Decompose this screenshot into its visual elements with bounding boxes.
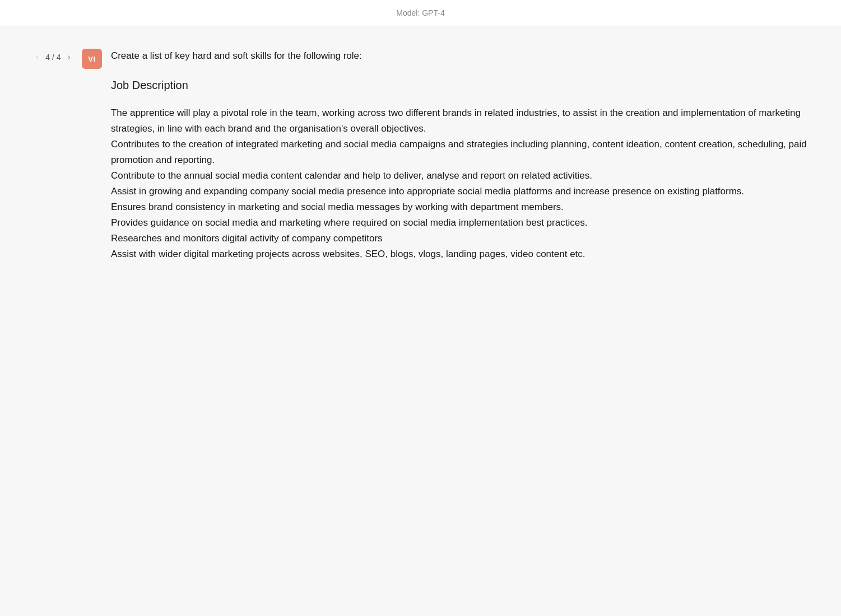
job-description-body: The apprentice will play a pivotal role … <box>111 105 807 262</box>
message-bubble: Create a list of key hard and soft skill… <box>111 49 807 262</box>
job-description-section: Job Description The apprentice will play… <box>111 79 807 262</box>
job-paragraph: The apprentice will play a pivotal role … <box>111 105 807 137</box>
job-paragraph: Assist with wider digital marketing proj… <box>111 246 807 262</box>
prompt-text: Create a list of key hard and soft skill… <box>111 49 807 63</box>
job-paragraph: Researches and monitors digital activity… <box>111 231 807 246</box>
job-paragraph: Ensures brand consistency in marketing a… <box>111 199 807 215</box>
nav-controls: ‹ 4 / 4 › <box>34 51 73 63</box>
job-paragraph: Contributes to the creation of integrate… <box>111 137 807 168</box>
top-bar: Model: GPT-4 <box>0 0 841 26</box>
next-arrow[interactable]: › <box>66 51 73 63</box>
job-paragraph: Provides guidance on social media and ma… <box>111 215 807 231</box>
job-paragraph: Contribute to the annual social media co… <box>111 168 807 184</box>
avatar: VI <box>82 49 102 69</box>
message-row: ‹ 4 / 4 › VI Create a list of key hard a… <box>34 49 807 262</box>
prev-arrow[interactable]: ‹ <box>34 51 41 63</box>
page-count: 4 / 4 <box>45 53 61 62</box>
main-content: ‹ 4 / 4 › VI Create a list of key hard a… <box>0 26 841 302</box>
avatar-initials: VI <box>88 55 95 63</box>
model-label: Model: GPT-4 <box>396 8 444 17</box>
job-description-title: Job Description <box>111 79 807 92</box>
job-paragraph: Assist in growing and expanding company … <box>111 184 807 199</box>
